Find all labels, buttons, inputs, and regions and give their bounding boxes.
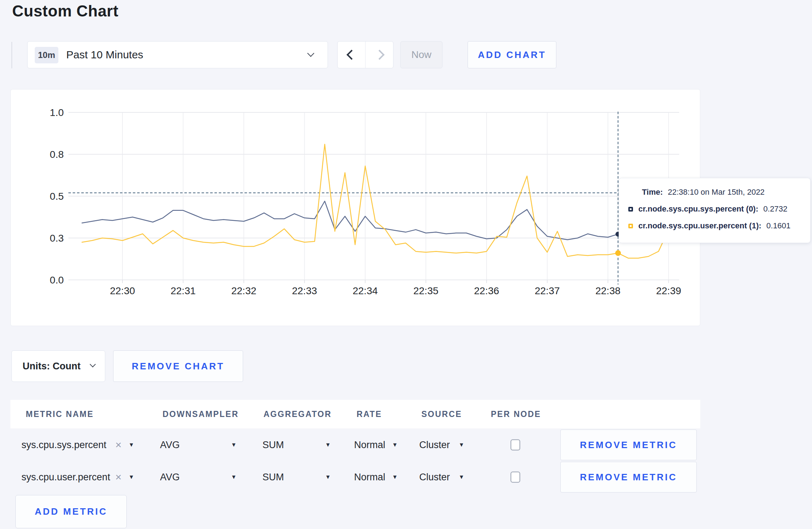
clear-metric-icon[interactable]: × [115, 439, 122, 451]
caret-down-icon[interactable]: ▼ [129, 474, 134, 480]
chart-tooltip: Time: 22:38:10 on Mar 15th, 2022 cr.node… [619, 178, 811, 243]
add-chart-button[interactable]: ADD CHART [468, 41, 556, 68]
tooltip-time-value: 22:38:10 on Mar 15th, 2022 [668, 188, 764, 197]
chevron-right-icon [374, 50, 384, 60]
caret-down-icon[interactable]: ▼ [231, 442, 237, 448]
per-node-checkbox[interactable] [511, 472, 520, 483]
x-axis-label: 22:30 [110, 285, 135, 296]
rate-select[interactable]: Normal [354, 472, 385, 483]
x-axis-label: 22:37 [535, 285, 560, 296]
aggregator-select[interactable]: SUM [262, 440, 284, 451]
y-axis-label: 0.8 [50, 149, 64, 160]
metric-name-select[interactable]: sys.cpu.sys.percent [21, 440, 106, 451]
aggregator-select[interactable]: SUM [262, 472, 284, 483]
clear-metric-icon[interactable]: × [115, 471, 122, 483]
units-dropdown[interactable]: Units: Count [11, 350, 105, 382]
time-window-badge: 10m [35, 47, 58, 63]
add-metric-button[interactable]: ADD METRIC [15, 495, 127, 528]
col-header-aggregator: AGGREGATOR [264, 400, 332, 428]
time-window-label: Past 10 Minutes [66, 49, 143, 61]
now-button[interactable]: Now [400, 41, 443, 68]
series-sys-swatch-icon [628, 207, 633, 212]
tooltip-series-value: 0.1601 [767, 221, 791, 230]
x-axis-label: 22:36 [474, 285, 499, 296]
chevron-down-icon [307, 50, 314, 57]
chart-canvas[interactable]: 0.00.30.50.81.022:3022:3122:3222:3322:34… [11, 89, 701, 326]
metrics-table-header: METRIC NAME DOWNSAMPLER AGGREGATOR RATE … [10, 400, 700, 428]
x-axis-label: 22:31 [170, 285, 195, 296]
time-range-arrows [337, 41, 393, 68]
caret-down-icon[interactable]: ▼ [392, 474, 398, 480]
col-header-source: SOURCE [421, 400, 462, 428]
series-line [82, 201, 679, 240]
y-axis-label: 0.5 [50, 191, 64, 202]
chart-panel: 0.00.30.50.81.022:3022:3122:3222:3322:34… [10, 89, 700, 326]
remove-metric-button[interactable]: REMOVE METRIC [560, 462, 697, 492]
x-axis-label: 22:32 [231, 285, 256, 296]
x-axis-label: 22:34 [353, 285, 378, 296]
chevron-left-icon [346, 50, 356, 60]
col-header-metric-name: METRIC NAME [26, 400, 94, 428]
y-axis-label: 1.0 [50, 107, 64, 118]
x-axis-label: 22:33 [292, 285, 317, 296]
x-axis-label: 22:35 [413, 285, 438, 296]
caret-down-icon[interactable]: ▼ [325, 442, 331, 448]
tooltip-series-label: cr.node.sys.cpu.user.percent (1): [638, 221, 762, 230]
x-axis-label: 22:38 [595, 285, 620, 296]
next-range-button[interactable] [365, 42, 393, 68]
custom-chart-page: Custom Chart 10m Past 10 Minutes Now ADD… [0, 0, 812, 529]
metric-row: sys.cpu.user.percent × ▼ AVG ▼ SUM ▼ Nor… [10, 461, 700, 493]
col-header-downsampler: DOWNSAMPLER [163, 400, 239, 428]
col-header-per-node: PER NODE [491, 400, 541, 428]
tooltip-time-label: Time: [642, 188, 663, 197]
rate-select[interactable]: Normal [354, 440, 385, 451]
metric-name-select[interactable]: sys.cpu.user.percent [21, 472, 110, 483]
toolbar-divider [11, 42, 12, 68]
downsampler-select[interactable]: AVG [160, 440, 180, 451]
hover-point-user [615, 250, 621, 256]
source-select[interactable]: Cluster [419, 472, 450, 483]
caret-down-icon[interactable]: ▼ [129, 442, 134, 448]
units-label: Units: Count [23, 361, 81, 372]
caret-down-icon[interactable]: ▼ [231, 474, 237, 480]
y-axis-label: 0.3 [50, 233, 64, 244]
source-select[interactable]: Cluster [419, 440, 450, 451]
tooltip-series-label: cr.node.sys.cpu.sys.percent (0): [638, 204, 758, 214]
remove-metric-button[interactable]: REMOVE METRIC [560, 429, 697, 460]
series-user-swatch-icon [628, 224, 633, 228]
y-axis-label: 0.0 [50, 275, 64, 286]
metric-row: sys.cpu.sys.percent × ▼ AVG ▼ SUM ▼ Norm… [10, 429, 700, 461]
caret-down-icon[interactable]: ▼ [459, 474, 464, 480]
series-line [82, 144, 679, 258]
prev-range-button[interactable] [338, 42, 365, 68]
caret-down-icon[interactable]: ▼ [392, 442, 398, 448]
caret-down-icon[interactable]: ▼ [325, 474, 331, 480]
caret-down-icon[interactable]: ▼ [459, 442, 464, 448]
downsampler-select[interactable]: AVG [160, 472, 180, 483]
time-range-dropdown[interactable]: 10m Past 10 Minutes [27, 41, 328, 68]
x-axis-label: 22:39 [656, 285, 681, 296]
page-title: Custom Chart [12, 2, 119, 20]
remove-chart-button[interactable]: REMOVE CHART [113, 350, 243, 382]
tooltip-series-value: 0.2732 [763, 204, 787, 214]
col-header-rate: RATE [357, 400, 382, 428]
per-node-checkbox[interactable] [511, 440, 520, 451]
chevron-down-icon [90, 361, 96, 368]
